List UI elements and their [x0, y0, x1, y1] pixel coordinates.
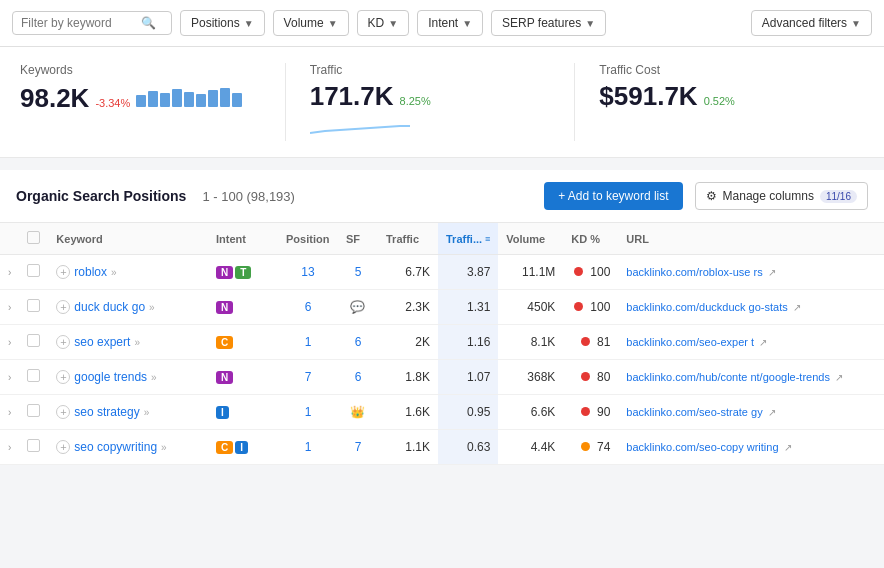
keyword-arrows-icon: » [149, 302, 155, 313]
keyword-link[interactable]: + google trends » [56, 370, 200, 384]
traffi-cell: 1.07 [438, 360, 498, 395]
volume-value: 6.6K [531, 405, 556, 419]
row-expand[interactable]: › [0, 360, 19, 395]
row-expand[interactable]: › [0, 430, 19, 465]
keyword-link[interactable]: + seo strategy » [56, 405, 200, 419]
expand-button[interactable]: › [8, 337, 11, 348]
url-cell: backlinko.com/seo-copy writing ↗ [618, 430, 884, 465]
position-link[interactable]: 1 [305, 440, 312, 454]
expand-button[interactable]: › [8, 372, 11, 383]
sf-link[interactable]: 7 [355, 440, 362, 454]
th-traffi[interactable]: Traffi... ≡ [438, 223, 498, 255]
url-link[interactable]: backlinko.com/roblox-use rs [626, 266, 762, 278]
position-link[interactable]: 7 [305, 370, 312, 384]
row-checkbox[interactable] [27, 264, 40, 277]
keyword-link[interactable]: + duck duck go » [56, 300, 200, 314]
position-link[interactable]: 1 [305, 335, 312, 349]
th-sf[interactable]: SF [338, 223, 378, 255]
row-checkbox[interactable] [27, 439, 40, 452]
traffi-cell: 3.87 [438, 255, 498, 290]
expand-button[interactable]: › [8, 302, 11, 313]
traffic-value: 6.7K [405, 265, 430, 279]
intent-cell: I [208, 395, 278, 430]
expand-button[interactable]: › [8, 442, 11, 453]
add-keyword-icon[interactable]: + [56, 405, 70, 419]
keyword-link[interactable]: + roblox » [56, 265, 200, 279]
intent-badge: C [216, 336, 233, 349]
row-checkbox-cell [19, 290, 48, 325]
position-link[interactable]: 6 [305, 300, 312, 314]
row-checkbox[interactable] [27, 334, 40, 347]
row-checkbox[interactable] [27, 299, 40, 312]
th-intent[interactable]: Intent [208, 223, 278, 255]
filter-kd[interactable]: KD ▼ [357, 10, 410, 36]
filter-bar: 🔍 Positions ▼ Volume ▼ KD ▼ Intent ▼ SER… [0, 0, 884, 47]
add-keyword-icon[interactable]: + [56, 300, 70, 314]
manage-columns-button[interactable]: ⚙ Manage columns 11/16 [695, 182, 868, 210]
table-row: › + roblox » NT 13 5 6.7K 3.87 11.1M [0, 255, 884, 290]
row-expand[interactable]: › [0, 325, 19, 360]
th-url[interactable]: URL [618, 223, 884, 255]
intent-tag-n: N [216, 371, 233, 384]
intent-badge: N [216, 371, 233, 384]
table-section: Organic Search Positions 1 - 100 (98,193… [0, 170, 884, 465]
keyword-link[interactable]: + seo expert » [56, 335, 200, 349]
volume-cell: 368K [498, 360, 563, 395]
traffi-value: 0.95 [467, 405, 490, 419]
traffic-cell: 1.8K [378, 360, 438, 395]
search-input[interactable] [21, 16, 141, 30]
sf-link[interactable]: 5 [355, 265, 362, 279]
traffic-value: 1.6K [405, 405, 430, 419]
th-keyword[interactable]: Keyword [48, 223, 208, 255]
external-link-icon: ↗ [768, 267, 776, 278]
position-link[interactable]: 13 [301, 265, 314, 279]
th-traffic[interactable]: Traffic [378, 223, 438, 255]
row-checkbox[interactable] [27, 369, 40, 382]
row-expand[interactable]: › [0, 255, 19, 290]
keyword-arrows-icon: » [134, 337, 140, 348]
chevron-down-icon: ▼ [328, 18, 338, 29]
add-keyword-icon[interactable]: + [56, 335, 70, 349]
filter-serp[interactable]: SERP features ▼ [491, 10, 606, 36]
th-volume[interactable]: Volume [498, 223, 563, 255]
row-expand[interactable]: › [0, 395, 19, 430]
expand-button[interactable]: › [8, 267, 11, 278]
crown-icon: 👑 [350, 405, 365, 419]
search-box[interactable]: 🔍 [12, 11, 172, 35]
filter-intent[interactable]: Intent ▼ [417, 10, 483, 36]
row-checkbox[interactable] [27, 404, 40, 417]
keyword-text: duck duck go [74, 300, 145, 314]
filter-volume[interactable]: Volume ▼ [273, 10, 349, 36]
kd-dot [581, 442, 590, 451]
sf-cell: 5 [338, 255, 378, 290]
traffi-value: 1.31 [467, 300, 490, 314]
external-link-icon: ↗ [793, 302, 801, 313]
filter-positions[interactable]: Positions ▼ [180, 10, 265, 36]
add-to-keyword-list-button[interactable]: + Add to keyword list [544, 182, 682, 210]
row-expand[interactable]: › [0, 290, 19, 325]
position-link[interactable]: 1 [305, 405, 312, 419]
filter-advanced[interactable]: Advanced filters ▼ [751, 10, 872, 36]
th-position[interactable]: Position [278, 223, 338, 255]
keyword-link[interactable]: + seo copywriting » [56, 440, 200, 454]
select-all-checkbox[interactable] [27, 231, 40, 244]
url-link[interactable]: backlinko.com/seo-copy writing [626, 441, 778, 453]
th-expand [0, 223, 19, 255]
add-keyword-icon[interactable]: + [56, 440, 70, 454]
expand-button[interactable]: › [8, 407, 11, 418]
add-keyword-icon[interactable]: + [56, 370, 70, 384]
add-keyword-icon[interactable]: + [56, 265, 70, 279]
sf-link[interactable]: 6 [355, 335, 362, 349]
url-link[interactable]: backlinko.com/duckduck go-stats [626, 301, 787, 313]
traffic-value: 1.1K [405, 440, 430, 454]
th-kd[interactable]: KD % [563, 223, 618, 255]
kd-cell: 81 [563, 325, 618, 360]
sf-cell: 👑 [338, 395, 378, 430]
url-link[interactable]: backlinko.com/seo-exper t [626, 336, 754, 348]
intent-cell: N [208, 290, 278, 325]
sf-link[interactable]: 6 [355, 370, 362, 384]
traffi-value: 3.87 [467, 265, 490, 279]
url-link[interactable]: backlinko.com/hub/conte nt/google-trends [626, 371, 830, 383]
url-cell: backlinko.com/roblox-use rs ↗ [618, 255, 884, 290]
url-link[interactable]: backlinko.com/seo-strate gy [626, 406, 762, 418]
